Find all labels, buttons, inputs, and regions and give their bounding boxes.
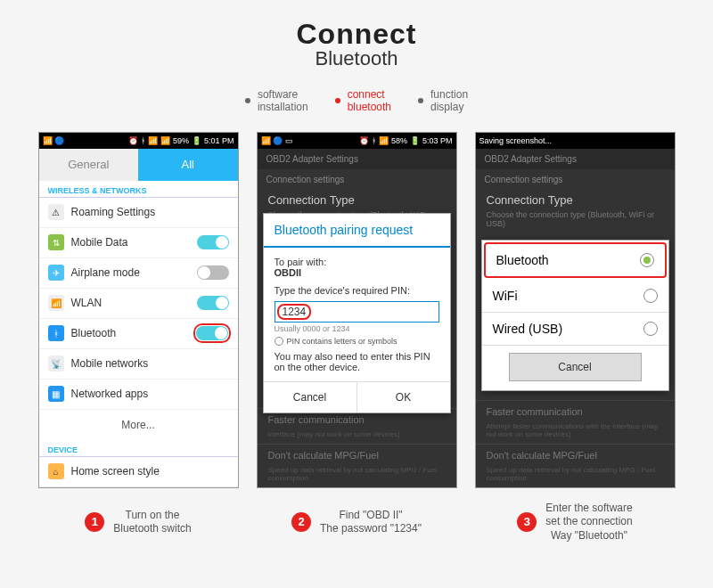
row-home-style[interactable]: ⌂ Home screen style xyxy=(39,457,238,487)
connection-type-dialog: Bluetooth WiFi Wired (USB) Cancel xyxy=(481,240,669,391)
highlight-circle xyxy=(193,323,231,343)
time-label: 5:01 PM xyxy=(204,136,234,145)
status-icons: 📶 🔵 ▭ xyxy=(261,136,356,145)
row-mobile-data[interactable]: ⇅ Mobile Data xyxy=(39,228,238,258)
cancel-button[interactable]: Cancel xyxy=(264,382,356,412)
battery-pct: 58% xyxy=(391,136,407,145)
row-bluetooth[interactable]: ᚼ Bluetooth xyxy=(39,319,238,349)
phone-screenshot-2: 📶 🔵 ▭ ⏰ ᚼ 📶 58% 🔋 5:03 PM OBD2 Adapter S… xyxy=(257,132,457,488)
page-header: Connect Bluetooth xyxy=(0,0,713,79)
screen-title: OBD2 Adapter Settings xyxy=(258,149,456,169)
signal-icon: 📶 xyxy=(160,136,170,145)
home-icon: ⌂ xyxy=(48,463,64,479)
phone-screenshot-3: Saving screenshot... OBD2 Adapter Settin… xyxy=(475,132,676,488)
radio-icon xyxy=(643,322,658,336)
conn-type-label: Connection Type xyxy=(476,190,675,210)
status-icons: 📶 🔵 xyxy=(43,136,126,145)
conn-section: Connection settings xyxy=(258,169,456,190)
alarm-icon: ⏰ xyxy=(128,136,138,145)
step-number-badge: 2 xyxy=(291,512,311,532)
caption-3: 3 Enter the softwareset the connectionWa… xyxy=(475,502,676,543)
step-connect: connectbluetooth xyxy=(335,88,391,114)
triangle-icon: ⚠ xyxy=(48,204,64,220)
checkbox-row[interactable]: PIN contains letters or symbols xyxy=(275,337,439,346)
phones-row: 📶 🔵 ⏰ ᚼ 📶 📶 59% 🔋 5:01 PM General All WI… xyxy=(0,132,713,488)
toggle-airplane[interactable] xyxy=(197,265,229,280)
faster-comm: Faster communication xyxy=(476,400,675,422)
status-bar: Saving screenshot... xyxy=(476,133,675,149)
conn-type-label: Connection Type xyxy=(258,190,456,210)
dot-icon xyxy=(335,98,340,103)
bluetooth-icon: ᚼ xyxy=(141,136,145,145)
option-wifi[interactable]: WiFi xyxy=(482,280,668,313)
note: You may also need to enter this PIN on t… xyxy=(275,351,439,372)
step-software: softwareinstallation xyxy=(245,88,308,114)
mpg-row: Don't calculate MPG/Fuel xyxy=(258,444,456,466)
tabs: General All xyxy=(39,149,238,181)
battery-icon: 🔋 xyxy=(192,136,201,145)
status-text: Saving screenshot... xyxy=(479,136,671,145)
phone-screenshot-1: 📶 🔵 ⏰ ᚼ 📶 📶 59% 🔋 5:01 PM General All WI… xyxy=(38,132,239,488)
highlight-circle: 1234 xyxy=(277,304,312,320)
status-bar: 📶 🔵 ▭ ⏰ ᚼ 📶 58% 🔋 5:03 PM xyxy=(258,133,456,149)
option-bluetooth[interactable]: Bluetooth xyxy=(484,242,667,278)
wifi-icon: 📶 xyxy=(148,136,158,145)
battery-pct: 59% xyxy=(173,136,189,145)
row-airplane[interactable]: ✈ Airplane mode xyxy=(39,258,238,289)
row-networked-apps[interactable]: ▦ Networked apps xyxy=(39,380,238,410)
ok-button[interactable]: OK xyxy=(356,382,450,412)
dot-icon xyxy=(245,98,250,103)
pin-hint: Usually 0000 or 1234 xyxy=(275,324,439,333)
radio-icon xyxy=(643,289,658,303)
conn-section: Connection settings xyxy=(476,169,675,190)
tab-general[interactable]: General xyxy=(39,149,139,181)
pin-label: Type the device's required PIN: xyxy=(275,285,439,296)
bluetooth-icon: ᚼ xyxy=(372,136,376,145)
header-title-light: Bluetooth xyxy=(0,47,713,70)
conn-desc: Choose the connection type (Bluetooth, W… xyxy=(476,210,675,233)
bluetooth-icon: ᚼ xyxy=(48,325,64,341)
step-number-badge: 3 xyxy=(517,512,537,532)
toggle-bluetooth[interactable] xyxy=(196,326,228,340)
row-sound[interactable]: 🔊 Sound xyxy=(39,487,238,488)
step-function: functiondisplay xyxy=(418,88,468,114)
wifi-icon: 📶 xyxy=(379,136,389,145)
toggle-mobile-data[interactable] xyxy=(197,235,229,249)
pair-device: OBDII xyxy=(275,267,439,278)
stepper: softwareinstallation connectbluetooth fu… xyxy=(0,79,713,132)
toggle-wlan[interactable] xyxy=(197,296,229,310)
antenna-icon: 📡 xyxy=(48,355,64,372)
caption-2: 2 Find "OBD II"The password "1234" xyxy=(257,502,457,543)
pairing-dialog: Bluetooth pairing request To pair with: … xyxy=(263,213,451,413)
row-mobile-networks[interactable]: 📡 Mobile networks xyxy=(39,349,238,380)
radio-icon xyxy=(640,253,654,267)
alarm-icon: ⏰ xyxy=(359,136,369,145)
apps-icon: ▦ xyxy=(48,386,64,402)
pair-label: To pair with: xyxy=(275,257,439,267)
row-wlan[interactable]: 📶 WLAN xyxy=(39,289,238,319)
wifi-icon: 📶 xyxy=(48,295,64,311)
row-roaming[interactable]: ⚠ Roaming Settings xyxy=(39,198,238,228)
tab-all[interactable]: All xyxy=(138,149,238,181)
header-title-bold: Connect xyxy=(0,18,713,51)
cancel-button[interactable]: Cancel xyxy=(509,353,642,381)
pin-input[interactable]: 1234 xyxy=(275,301,439,323)
option-wired[interactable]: Wired (USB) xyxy=(482,313,668,346)
step-number-badge: 1 xyxy=(85,512,104,532)
dialog-title: Bluetooth pairing request xyxy=(264,214,450,248)
mpg-row: Don't calculate MPG/Fuel xyxy=(476,444,675,466)
battery-icon: 🔋 xyxy=(410,136,420,145)
time-label: 5:03 PM xyxy=(422,136,453,145)
dot-icon xyxy=(418,98,423,103)
row-more[interactable]: More... xyxy=(39,410,238,440)
status-bar: 📶 🔵 ⏰ ᚼ 📶 📶 59% 🔋 5:01 PM xyxy=(39,133,238,149)
screen-title: OBD2 Adapter Settings xyxy=(476,149,675,169)
caption-1: 1 Turn on theBluetooth switch xyxy=(38,502,239,543)
radio-icon xyxy=(275,337,283,346)
mobile-data-icon: ⇅ xyxy=(48,234,64,250)
section-wireless: WIRELESS & NETWORKS xyxy=(39,181,238,198)
airplane-icon: ✈ xyxy=(48,265,64,281)
captions-row: 1 Turn on theBluetooth switch 2 Find "OB… xyxy=(0,488,713,557)
section-device: DEVICE xyxy=(39,440,238,457)
